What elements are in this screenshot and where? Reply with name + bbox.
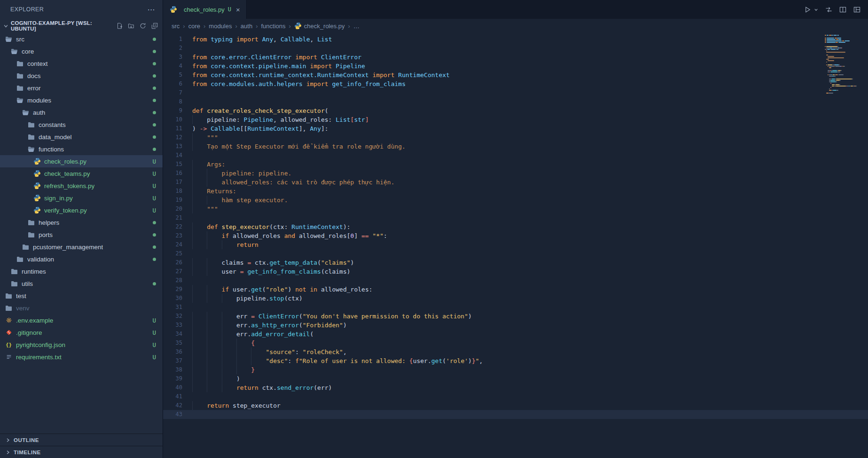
tree-item-validation[interactable]: validation [0, 253, 163, 265]
project-header[interactable]: COGNITO-EXAMPLE-PY [WSL: UBUNTU] [0, 19, 163, 33]
breadcrumb-item-check_roles.py[interactable]: check_roles.py [294, 22, 345, 30]
split-editor-icon[interactable] [839, 6, 846, 13]
tree-item-verify_token.py[interactable]: verify_token.pyU [0, 204, 163, 216]
line-number: 28 [163, 276, 192, 285]
tree-item-utils[interactable]: utils [0, 277, 163, 290]
run-python-file-button[interactable] [804, 6, 811, 13]
tree-item-constants[interactable]: constants [0, 118, 163, 131]
tree-item-.env.example[interactable]: .env.exampleU [0, 314, 163, 326]
line-number: 41 [163, 392, 192, 401]
code-editor[interactable]: 1from typing import Any, Callable, List2… [163, 33, 868, 458]
line-number: 29 [163, 285, 192, 294]
tree-item-label: check_roles.py [44, 158, 86, 165]
tree-item-data_model[interactable]: data_model [0, 131, 163, 143]
line-number: 31 [163, 303, 192, 312]
tree-item-ports[interactable]: ports [0, 229, 163, 241]
outline-label: OUTLINE [14, 437, 39, 443]
breadcrumb-item-src[interactable]: src [172, 23, 180, 30]
tree-item-test[interactable]: test [0, 290, 163, 302]
tree-item-label: runtimes [22, 268, 46, 275]
line-number: 3 [163, 53, 192, 62]
tree-item-label: .env.example [16, 317, 53, 324]
views-more-actions-icon[interactable]: ⋯ [148, 5, 155, 14]
tree-item-src[interactable]: src [0, 33, 163, 45]
tree-item-sign_in.py[interactable]: sign_in.pyU [0, 192, 163, 204]
tab-check-roles[interactable]: check_roles.py U × [163, 0, 247, 19]
folder-icon [22, 243, 30, 251]
folder-open-icon [22, 109, 30, 116]
folder-icon [27, 231, 35, 238]
tree-item-.gitignore[interactable]: .gitignoreU [0, 326, 163, 339]
line-number: 27 [163, 267, 192, 276]
tree-item-pcustomer_management[interactable]: pcustomer_management [0, 241, 163, 253]
tree-item-docs[interactable]: docs [0, 70, 163, 82]
timeline-section-header[interactable]: TIMELINE [0, 446, 163, 458]
minimap[interactable] [825, 35, 863, 95]
tree-item-helpers[interactable]: helpers [0, 216, 163, 229]
line-number: 22 [163, 222, 192, 231]
tree-item-check_teams.py[interactable]: check_teams.pyU [0, 167, 163, 180]
folder-open-icon [10, 47, 18, 55]
folder-open-icon [5, 35, 13, 43]
python-icon [33, 206, 41, 214]
line-number: 43 [163, 410, 192, 419]
breadcrumb-item--[interactable]: … [353, 23, 360, 30]
line-number: 39 [163, 374, 192, 383]
modified-dot [153, 148, 156, 151]
tree-item-runtimes[interactable]: runtimes [0, 265, 163, 277]
editor-actions [804, 0, 868, 19]
tree-item-auth[interactable]: auth [0, 106, 163, 118]
run-dropdown-chevron-icon[interactable] [814, 8, 818, 12]
tree-item-label: modules [27, 97, 51, 104]
untracked-badge: U [152, 354, 156, 361]
open-changes-icon[interactable] [825, 6, 832, 13]
code-line: 40return ctx.send_error(err) [163, 383, 868, 392]
breadcrumb-separator: › [289, 23, 291, 30]
tree-item-check_roles.py[interactable]: check_roles.pyU [0, 155, 163, 167]
line-number: 26 [163, 258, 192, 267]
breadcrumb-item-modules[interactable]: modules [209, 23, 232, 30]
tree-item-venv[interactable]: venv [0, 302, 163, 314]
tree-item-refresh_tokens.py[interactable]: refresh_tokens.pyU [0, 180, 163, 192]
code-line: 19hàm step executor. [163, 196, 868, 205]
folder-icon [16, 255, 24, 263]
tree-item-context[interactable]: context [0, 57, 163, 70]
tree-item-requirements.txt[interactable]: requirements.txtU [0, 351, 163, 363]
modified-dot [153, 50, 156, 53]
new-folder-icon[interactable] [128, 23, 134, 29]
line-number: 30 [163, 294, 192, 303]
code-line: 17allowed_roles: các vai trò được phép t… [163, 178, 868, 187]
folder-icon [16, 60, 24, 67]
untracked-badge: U [152, 317, 156, 324]
tree-item-label: pyrightconfig.json [16, 341, 65, 348]
tree-item-functions[interactable]: functions [0, 143, 163, 155]
code-line: 28 [163, 276, 868, 285]
modified-dot [153, 258, 156, 261]
new-file-icon[interactable] [116, 23, 123, 29]
tab-close-icon[interactable]: × [236, 6, 240, 14]
tree-item-modules[interactable]: modules [0, 94, 163, 106]
tree-item-pyrightconfig.json[interactable]: {}pyrightconfig.jsonU [0, 339, 163, 351]
breadcrumb-item-auth[interactable]: auth [241, 23, 252, 30]
folder-icon [10, 280, 18, 287]
tree-item-error[interactable]: error [0, 82, 163, 94]
tree-item-label: functions [39, 146, 64, 153]
code-line: 8 [163, 97, 868, 106]
editor-layout-icon[interactable] [853, 6, 860, 13]
outline-section-header[interactable]: OUTLINE [0, 434, 163, 446]
line-number: 36 [163, 347, 192, 356]
line-number: 35 [163, 339, 192, 347]
code-line: 13Tạo một Step Executor mới để kiểm tra … [163, 142, 868, 151]
refresh-icon[interactable] [140, 23, 146, 29]
code-line: 20""" [163, 205, 868, 213]
tree-item-label: .gitignore [16, 329, 42, 336]
collapse-folders-icon[interactable] [151, 23, 158, 29]
breadcrumb-item-functions[interactable]: functions [261, 23, 285, 30]
modified-dot [153, 233, 156, 237]
tree-item-core[interactable]: core [0, 45, 163, 57]
line-number: 38 [163, 365, 192, 374]
breadcrumb-item-core[interactable]: core [188, 23, 200, 30]
line-number: 16 [163, 169, 192, 178]
tree-item-label: core [22, 48, 34, 55]
python-icon [294, 22, 302, 30]
